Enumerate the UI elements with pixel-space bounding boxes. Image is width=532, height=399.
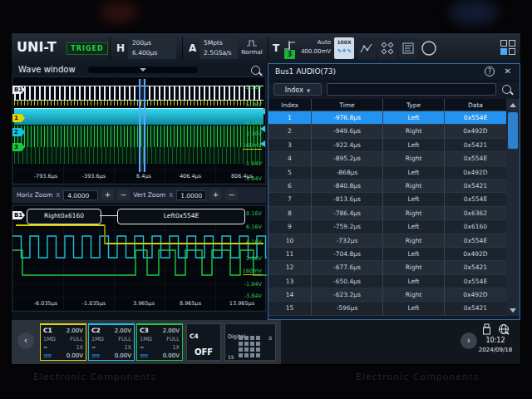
- horiz-zoom-minus-button[interactable]: −: [117, 190, 130, 200]
- xy-mode-button[interactable]: [378, 37, 397, 59]
- scroll-up-button[interactable]: [508, 100, 518, 110]
- layout-cell-active: [500, 48, 507, 55]
- table-cell: Right: [383, 207, 445, 220]
- scrollbar-thumb[interactable]: [508, 112, 518, 149]
- overview-graph[interactable]: B1 123 8.16V6.16V4.16V2.16V160mV-1.84V-3…: [12, 76, 266, 185]
- timebase-value: 200µs: [132, 38, 172, 48]
- table-row[interactable]: 2-949.6µsRight0x492D: [268, 125, 506, 138]
- chevron-up-icon: [510, 103, 516, 107]
- collapse-left-button[interactable]: ‹: [17, 332, 34, 349]
- position-scrubber[interactable]: [88, 66, 198, 73]
- horizontal-label[interactable]: H: [116, 42, 125, 54]
- digital-channel-dot: [244, 336, 249, 340]
- table-cell: Left: [383, 111, 445, 125]
- table-cell: 9: [268, 220, 312, 234]
- table-cell: -759.2µs: [312, 220, 383, 234]
- table-cell: -677.6µs: [312, 261, 383, 274]
- table-row[interactable]: 8-786.4µsRight0x6362: [268, 207, 506, 220]
- chevron-down-icon: [510, 308, 516, 313]
- digital-last-index: 15: [228, 354, 234, 360]
- time-label: -793.6µs: [34, 173, 57, 180]
- channel-field: 1MΩ: [91, 335, 104, 343]
- usb-drive-icon[interactable]: [482, 323, 491, 335]
- table-row[interactable]: 9-759.2µsLeft0x6160: [268, 220, 506, 234]
- table-cell: -650.4µs: [312, 275, 383, 288]
- channel-card-c1[interactable]: C12.00V1MΩFULL≈1X≡≡0.00V: [40, 323, 86, 361]
- table-row[interactable]: 14-623.2µsRight0x492D: [268, 288, 506, 302]
- column-header[interactable]: Time: [312, 99, 383, 111]
- table-row[interactable]: 7-813.6µsLeft0x554E: [268, 193, 506, 206]
- search-icon[interactable]: [502, 85, 511, 94]
- acquire-settings[interactable]: 5Mpts 2.5GSa/s: [200, 37, 238, 59]
- horizontal-settings[interactable]: 200µs 6.400µs: [128, 37, 176, 59]
- channel-card-c2[interactable]: C22.00V1MΩFULL≈1X≡≡0.00V: [88, 323, 135, 361]
- table-cell: -623.2µs: [312, 288, 383, 302]
- table-row[interactable]: 12-677.6µsRight0x5421: [268, 261, 506, 274]
- help-icon[interactable]: ?: [485, 66, 495, 76]
- horiz-zoom-plus-button[interactable]: +: [101, 190, 114, 200]
- measure-button[interactable]: [357, 37, 376, 59]
- table-cell: -786.4µs: [312, 207, 383, 220]
- table-cell: -895.2µs: [312, 152, 383, 165]
- table-row[interactable]: 1-976.8µsLeft0x554E: [268, 111, 506, 125]
- table-row[interactable]: 11-704.8µsLeft0x492D: [268, 248, 506, 261]
- vert-zoom-value[interactable]: 1.0000: [176, 190, 206, 200]
- table-cell: 4: [268, 152, 312, 165]
- time-label: 6.4µs: [136, 173, 151, 180]
- table-scrollbar[interactable]: [506, 99, 520, 316]
- channel-field: ≈: [91, 343, 96, 352]
- close-icon[interactable]: ✕: [505, 66, 511, 76]
- table-row[interactable]: 10-732µsRight0x554E: [268, 234, 506, 248]
- column-header[interactable]: Data: [445, 99, 506, 111]
- zoom-region-marker[interactable]: [139, 79, 145, 172]
- table-cell: -868µs: [312, 166, 383, 180]
- trigger-source-badge[interactable]: 3: [284, 50, 295, 59]
- acquire-mode[interactable]: Normal: [239, 37, 264, 59]
- voltage-label: 2.16V: [246, 255, 262, 262]
- scroll-down-button[interactable]: [508, 305, 518, 315]
- voltage-label: 160mV: [243, 142, 262, 150]
- dial-button[interactable]: [420, 37, 438, 59]
- vert-zoom-plus-button[interactable]: +: [209, 190, 222, 200]
- trigger-edge-icon: [284, 38, 296, 48]
- table-cell: Right: [383, 125, 445, 138]
- magnifier-icon[interactable]: [251, 66, 260, 75]
- trigger-label[interactable]: T: [273, 42, 279, 54]
- watermark-blob: [449, 0, 499, 25]
- table-row[interactable]: 15-596µsLeft0x5421: [268, 302, 506, 315]
- table-cell: 5: [268, 166, 312, 180]
- trigger-settings[interactable]: Auto 400.00mV: [298, 38, 331, 57]
- acquire-label[interactable]: A: [189, 42, 196, 54]
- probe-button[interactable]: 100X ∿+∿: [334, 37, 354, 59]
- table-row[interactable]: 5-868µsLeft0x492D: [268, 166, 506, 180]
- table-row[interactable]: 13-650.4µsLeft0x554E: [268, 275, 506, 288]
- window-layout-button[interactable]: [500, 40, 516, 56]
- zoomed-graph[interactable]: B1 Right0x6160 Left0x554E 8.16V6.16V4.16…: [12, 205, 266, 312]
- digital-channel-dot: [250, 353, 254, 357]
- column-header[interactable]: Type: [383, 99, 445, 111]
- digital-card[interactable]: Digital 0 15: [224, 323, 276, 361]
- column-header[interactable]: Index: [268, 99, 312, 111]
- channel-card-c3[interactable]: C32.00V1MΩFULL≈1X≡≡0.00V: [136, 323, 183, 361]
- channel-card-c4[interactable]: C4 OFF: [186, 323, 221, 361]
- search-input[interactable]: [327, 83, 496, 96]
- results-list-button[interactable]: [399, 37, 417, 59]
- table-row[interactable]: 3-922.4µsLeft0x5421: [268, 139, 506, 152]
- table-cell: -704.8µs: [312, 248, 383, 261]
- uni-t-logo: UNI-T: [17, 39, 57, 55]
- table-row[interactable]: 6-840.8µsRight0x5421: [268, 180, 506, 193]
- table-cell: 0x492D: [445, 125, 506, 138]
- vert-zoom-minus-button[interactable]: −: [225, 190, 238, 200]
- horiz-zoom-value[interactable]: 4.0000: [63, 190, 98, 200]
- filter-field-dropdown[interactable]: Index▼: [273, 83, 322, 96]
- circle-icon: [421, 40, 437, 57]
- table-row[interactable]: 4-895.2µsRight0x554E: [268, 152, 506, 165]
- scrubber-handle-icon[interactable]: [140, 68, 146, 71]
- voltage-label: 6.16V: [246, 101, 262, 108]
- network-globe-icon[interactable]: [498, 323, 510, 335]
- table-cell: 13: [268, 275, 312, 288]
- bus-panel-titlebar: Bus1 AUDIO(73) ? ✕: [268, 64, 520, 81]
- memory-depth: 5Mpts: [204, 38, 234, 48]
- table-cell: 0x492D: [445, 248, 506, 261]
- voltage-label: -3.84V: [244, 293, 262, 299]
